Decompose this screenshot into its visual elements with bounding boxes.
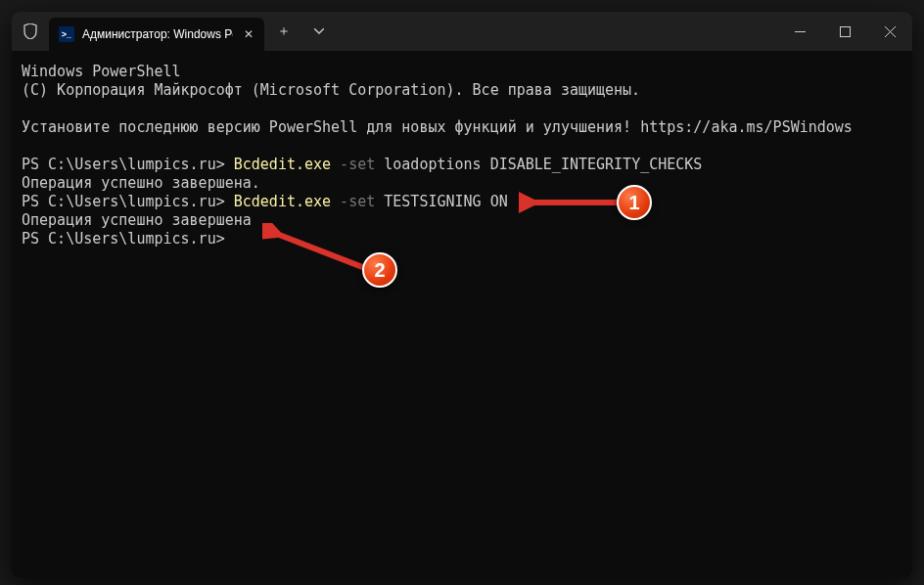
- powershell-icon: >_: [59, 26, 74, 42]
- terminal-output[interactable]: Windows PowerShell (C) Корпорация Майкро…: [12, 51, 912, 577]
- close-button[interactable]: [867, 12, 912, 51]
- prompt: PS C:\Users\lumpics.ru>: [22, 156, 234, 173]
- cmd-arg: TESTSIGNING ON: [375, 193, 507, 210]
- out-line: Установите последнюю версию PowerShell д…: [22, 118, 853, 136]
- prompt: PS C:\Users\lumpics.ru>: [22, 193, 234, 210]
- annotation-badge-2: 2: [362, 252, 397, 288]
- minimize-button[interactable]: [777, 12, 822, 51]
- annotation-badge-1: 1: [617, 185, 652, 220]
- new-tab-button[interactable]: ＋: [268, 16, 300, 47]
- cmd-exe: Bcdedit.exe: [234, 156, 331, 173]
- close-tab-icon[interactable]: ✕: [241, 26, 256, 42]
- tab-dropdown-icon[interactable]: [303, 16, 335, 47]
- maximize-button[interactable]: [822, 12, 867, 51]
- cmd-flag: -set: [331, 193, 375, 210]
- tab-powershell[interactable]: >_ Администратор: Windows Po ✕: [49, 18, 264, 51]
- titlebar: >_ Администратор: Windows Po ✕ ＋: [12, 12, 912, 51]
- prompt: PS C:\Users\lumpics.ru>: [22, 230, 225, 248]
- tab-title: Администратор: Windows Po: [82, 27, 233, 41]
- terminal-window: >_ Администратор: Windows Po ✕ ＋ Windows…: [12, 12, 912, 577]
- out-line: Операция успешно завершена: [22, 211, 252, 229]
- out-line: Операция успешно завершена.: [22, 174, 260, 192]
- out-line: (C) Корпорация Майкрософт (Microsoft Cor…: [22, 81, 640, 99]
- cmd-arg: loadoptions DISABLE_INTEGRITY_CHECKS: [375, 156, 702, 173]
- svg-rect-1: [840, 26, 850, 36]
- cmd-flag: -set: [331, 156, 375, 173]
- shield-icon: [22, 22, 39, 40]
- out-line: Windows PowerShell: [22, 63, 181, 80]
- cmd-exe: Bcdedit.exe: [234, 193, 331, 210]
